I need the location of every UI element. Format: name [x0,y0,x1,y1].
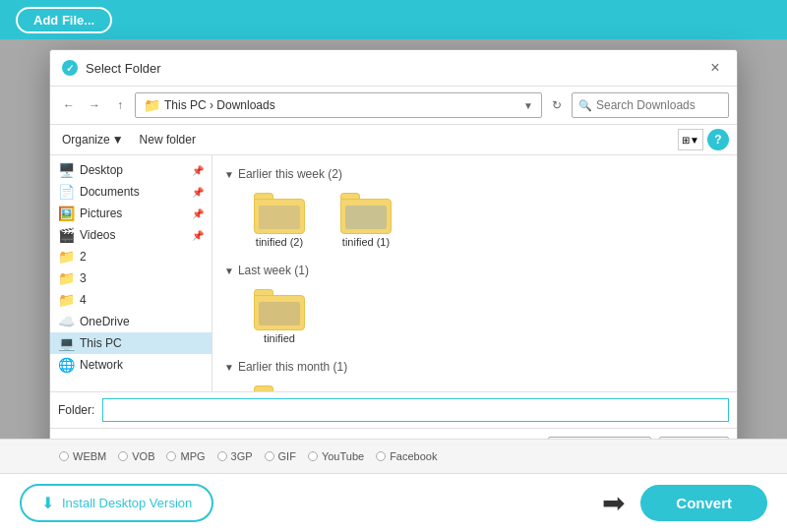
file-label-tinified-1: tinified (1) [342,236,390,248]
arrow-right-icon: ➡ [602,487,625,519]
file-item-vidmore[interactable]: Vidmore-0805 [240,382,319,391]
pictures-icon: 🖼️ [58,206,74,221]
sidebar-item-desktop[interactable]: 🖥️ Desktop 📌 [50,159,212,181]
radio-facebook[interactable] [376,451,386,461]
toolbar-left: Organize ▼ New folder [58,131,200,148]
sidebar-item-documents[interactable]: 📄 Documents 📌 [50,181,212,203]
view-button[interactable]: ⊞▼ [678,129,703,150]
folder-2-icon: 📁 [58,249,74,265]
file-item-tinified-2[interactable]: tinified (2) [240,189,319,252]
radio-vob[interactable] [118,451,128,461]
folder-4-icon: 📁 [58,292,74,308]
sidebar-label-network: Network [80,358,123,372]
file-grid-last-week: tinified [224,285,725,348]
download-icon: ⬇ [41,494,54,512]
format-gif[interactable]: GIF [265,450,296,462]
organize-button[interactable]: Organize ▼ [58,131,128,148]
sidebar-label-thispc: This PC [80,336,122,350]
dialog-titlebar: ✓ Select Folder × [50,50,737,87]
sidebar-item-onedrive[interactable]: ☁️ OneDrive [50,311,212,332]
dialog-overlay: ✓ Select Folder × ← → ↑ 📁 This PC › Down… [0,39,787,478]
help-button[interactable]: ? [707,129,729,150]
thispc-icon: 💻 [58,335,74,351]
sidebar-label-documents: Documents [80,185,140,199]
radio-gif[interactable] [265,451,274,461]
folder-body-tinified [254,295,305,330]
radio-mpg[interactable] [166,451,176,461]
folder-inner-1 [345,206,387,229]
dialog-close-button[interactable]: × [705,58,725,78]
file-grid-earlier-this-week: tinified (2) tinified (1) [224,189,725,252]
refresh-button[interactable]: ↻ [546,94,568,116]
app-bottom-bar: ⬇ Install Desktop Version ➡ Convert [0,473,787,532]
add-file-button[interactable]: Add File... [16,7,112,33]
folder-inner-tinified [259,302,300,325]
dialog-addressbar: ← → ↑ 📁 This PC › Downloads ▼ ↻ 🔍 [50,87,737,125]
app-top-bar: Add File... [0,0,787,39]
folder-3-icon: 📁 [58,270,74,286]
dialog-brand-icon: ✓ [62,60,78,76]
up-button[interactable]: ↑ [109,94,131,116]
sidebar-item-4[interactable]: 📁 4 [50,289,212,311]
format-label-webm: WEBM [73,450,106,462]
format-label-facebook: Facebook [390,450,437,462]
sidebar-label-videos: Videos [80,228,115,242]
select-folder-dialog: ✓ Select Folder × ← → ↑ 📁 This PC › Down… [49,49,738,469]
address-box[interactable]: 📁 This PC › Downloads ▼ [135,92,542,118]
sidebar-item-videos[interactable]: 🎬 Videos 📌 [50,224,212,246]
install-desktop-button[interactable]: ⬇ Install Desktop Version [20,484,213,522]
sidebar-label-3: 3 [80,271,87,285]
back-button[interactable]: ← [58,94,80,116]
address-folder-icon: 📁 [144,97,160,113]
search-box[interactable]: 🔍 [572,92,729,118]
file-item-tinified-1[interactable]: tinified (1) [327,189,405,252]
folder-thumb-tinified-1 [340,193,392,234]
group-header-earlier-this-month: ▼ Earlier this month (1) [224,360,725,374]
group-header-last-week: ▼ Last week (1) [224,264,725,277]
format-label-gif: GIF [278,450,296,462]
new-folder-button[interactable]: New folder [136,131,200,148]
format-vob[interactable]: VOB [118,450,154,462]
file-label-tinified: tinified [264,332,295,344]
pin-icon-docs: 📌 [192,187,204,198]
group-label-earlier-this-week: Earlier this week (2) [238,167,342,181]
group-chevron-icon: ▼ [224,169,234,180]
sidebar: 🖥️ Desktop 📌 📄 Documents 📌 🖼️ Pictures 📌… [50,155,212,391]
folder-path-input[interactable] [102,398,729,422]
format-mpg[interactable]: MPG [166,450,205,462]
sidebar-item-network[interactable]: 🌐 Network [50,354,212,376]
file-label-tinified-2: tinified (2) [256,236,303,248]
file-grid-earlier-this-month: Vidmore-0805 [224,382,725,391]
convert-button[interactable]: Convert [640,485,767,521]
format-label-mpg: MPG [180,450,205,462]
sidebar-label-2: 2 [80,250,87,264]
format-bar: WEBM VOB MPG 3GP GIF YouTube Facebook [0,439,787,473]
format-webm[interactable]: WEBM [59,450,106,462]
file-item-tinified[interactable]: tinified [240,285,319,348]
address-chevron-icon: ▼ [523,100,533,111]
pin-icon: 📌 [192,165,204,176]
dialog-content: 🖥️ Desktop 📌 📄 Documents 📌 🖼️ Pictures 📌… [50,155,737,391]
install-label: Install Desktop Version [62,496,192,510]
radio-youtube[interactable] [308,451,318,461]
group-chevron-month-icon: ▼ [224,362,234,373]
folder-body [254,199,305,234]
format-youtube[interactable]: YouTube [308,450,364,462]
format-facebook[interactable]: Facebook [376,450,437,462]
folder-input-row: Folder: [50,391,737,428]
sidebar-item-pictures[interactable]: 🖼️ Pictures 📌 [50,203,212,224]
radio-3gp[interactable] [217,451,227,461]
sidebar-item-3[interactable]: 📁 3 [50,267,212,289]
forward-button[interactable]: → [84,94,105,116]
folder-body-1 [340,199,392,234]
file-area: ▼ Earlier this week (2) tinified (2) [212,155,737,391]
sidebar-item-2[interactable]: 📁 2 [50,246,212,267]
group-label-last-week: Last week (1) [238,264,309,277]
radio-webm[interactable] [59,451,69,461]
group-header-earlier-this-week: ▼ Earlier this week (2) [224,167,725,181]
format-3gp[interactable]: 3GP [217,450,253,462]
folder-thumb-tinified [254,289,305,330]
sidebar-item-thispc[interactable]: 💻 This PC [50,332,212,354]
group-label-earlier-this-month: Earlier this month (1) [238,360,347,374]
search-input[interactable] [596,98,722,112]
